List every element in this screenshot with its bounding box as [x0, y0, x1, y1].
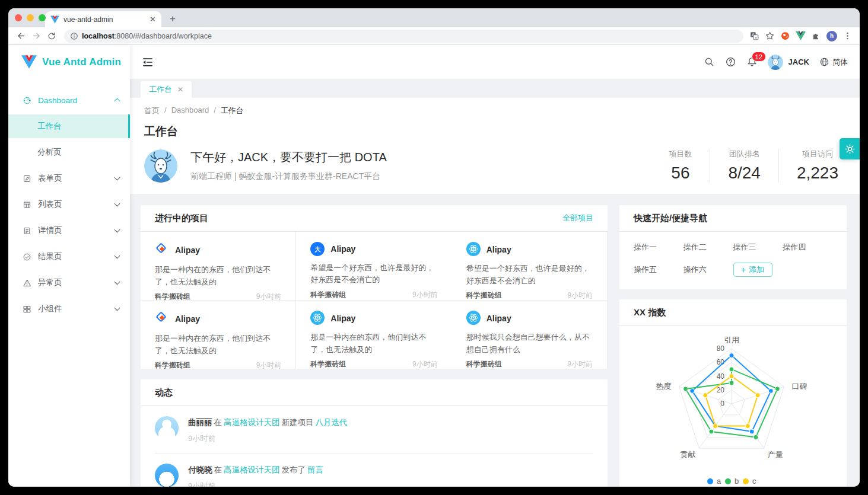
sidebar: Vue Antd Admin Dashboard 工作台 — [8, 45, 130, 487]
maximize-window-icon[interactable] — [39, 14, 46, 21]
sidebar-item[interactable]: 表单页 — [8, 167, 130, 190]
tab-close-icon[interactable]: ✕ — [150, 15, 156, 24]
stat-value: 8/24 — [728, 164, 761, 183]
svg-text:c: c — [752, 477, 756, 486]
notification-bell[interactable]: 12 — [746, 56, 758, 68]
project-description: 那时候我只会想自己想要什么，从不想自己拥有什么 — [466, 331, 593, 356]
svg-text:0: 0 — [720, 400, 724, 408]
gear-icon — [844, 143, 856, 155]
activity-target-link[interactable]: 留言 — [307, 465, 323, 474]
site-info-icon[interactable] — [70, 32, 78, 40]
activity-user[interactable]: 曲丽丽 — [188, 418, 212, 427]
browser-profile-avatar[interactable]: h — [826, 31, 837, 41]
project-name[interactable]: Alipay — [487, 314, 511, 323]
activity-target-link[interactable]: 八月迭代 — [316, 418, 348, 427]
close-window-icon[interactable] — [15, 14, 22, 21]
sidebar-item[interactable]: 分析页 — [8, 140, 130, 164]
project-card[interactable]: Alipay 那是一种内在的东西，他们到达不了，也无法触及的 科学搬砖组 9小时… — [141, 301, 296, 369]
extension-orange-icon[interactable] — [780, 31, 790, 41]
breadcrumb-item[interactable]: 首页 — [144, 106, 160, 116]
activity-time: 9小时前 — [188, 433, 349, 444]
translate-icon[interactable]: Aa — [749, 31, 759, 41]
chevron-icon — [115, 280, 120, 286]
reload-icon[interactable] — [45, 30, 58, 43]
chart-title: XX 指数 — [634, 307, 666, 318]
project-group-link[interactable]: 科学搬砖组 — [155, 360, 190, 371]
svg-text:b: b — [735, 477, 739, 486]
project-description: 希望是一个好东西，也许是最好的，好东西是不会消亡的 — [310, 262, 437, 286]
project-name[interactable]: Alipay — [175, 245, 200, 255]
browser-menu-icon[interactable] — [842, 31, 853, 41]
search-icon[interactable] — [704, 56, 715, 68]
project-group-link[interactable]: 科学搬砖组 — [310, 359, 346, 369]
activity-item: 曲丽丽在高逼格设计天团新建项目八月迭代 9小时前 — [155, 406, 593, 454]
menu-fold-icon[interactable] — [142, 56, 154, 68]
project-group-link[interactable]: 科学搬砖组 — [310, 290, 346, 300]
page-header: 首页 / Dashboard / 工作台 — [130, 98, 860, 195]
back-icon[interactable] — [14, 30, 27, 43]
sidebar-item[interactable]: 详情页 — [8, 219, 130, 242]
project-card[interactable]: Alipay 那是一种内在的东西，他们到达不了，也无法触及的 科学搬砖组 9小时… — [141, 232, 296, 301]
quick-nav-link[interactable]: 操作四 — [783, 242, 832, 253]
language-switcher[interactable]: 简体 — [819, 57, 848, 68]
project-card[interactable]: Alipay 希望是一个好东西，也许是最好的，好东西是不会消亡的 科学搬砖组 9… — [296, 232, 452, 301]
window-controls — [15, 14, 46, 21]
breadcrumb-item[interactable]: 工作台 — [221, 106, 244, 116]
user-avatar[interactable] — [768, 55, 783, 70]
svg-text:口碑: 口碑 — [791, 382, 807, 391]
project-card[interactable]: Alipay 希望是一个好东西，也许是最好的，好东西是不会消亡的 科学搬砖组 9… — [452, 232, 608, 301]
address-bar[interactable]: localhost:8080/#/dashboard/workplace — [64, 30, 743, 43]
user-name[interactable]: JACK — [788, 58, 809, 66]
sidebar-item[interactable]: 工作台 — [8, 114, 130, 138]
forward-icon[interactable] — [30, 30, 43, 43]
page-title: 工作台 — [144, 124, 845, 139]
projects-card: 进行中的项目 全部项目 Alipay — [141, 205, 608, 369]
project-name[interactable]: Alipay — [487, 245, 511, 254]
project-group-link[interactable]: 科学搬砖组 — [466, 359, 502, 369]
vue-devtools-icon[interactable] — [796, 31, 806, 40]
new-tab-button[interactable]: + — [165, 11, 180, 27]
help-icon[interactable] — [725, 56, 736, 68]
activity-group-link[interactable]: 高逼格设计天团 — [224, 418, 280, 427]
sidebar-item[interactable]: 异常页 — [8, 271, 130, 295]
project-name[interactable]: Alipay — [330, 244, 355, 254]
extensions-puzzle-icon[interactable] — [811, 31, 821, 41]
quick-nav-link[interactable]: 操作六 — [683, 264, 733, 275]
browser-tab[interactable]: vue-antd-admin ✕ — [45, 11, 161, 27]
svg-text:贡献: 贡献 — [680, 450, 695, 459]
project-updated-time: 9小时前 — [567, 290, 593, 301]
activity-title: 动态 — [155, 387, 173, 398]
chevron-icon — [115, 306, 120, 312]
bookmark-star-icon[interactable] — [765, 31, 775, 41]
page-tab-close-icon[interactable]: ✕ — [177, 85, 183, 94]
quick-nav-link[interactable]: 操作五 — [634, 264, 683, 275]
radar-chart: 020406080引用口碑产量贡献热度abc — [619, 326, 847, 487]
app-logo[interactable]: Vue Antd Admin — [8, 45, 130, 79]
project-card[interactable]: Alipay 那是一种内在的东西，他们到达不了，也无法触及的 科学搬砖组 9小时… — [296, 301, 452, 369]
page-tab-workplace[interactable]: 工作台 ✕ — [141, 81, 192, 98]
sidebar-item[interactable]: 列表页 — [8, 193, 130, 216]
quick-nav-title: 快速开始/便捷导航 — [634, 213, 707, 224]
project-name[interactable]: Alipay — [330, 314, 355, 323]
project-group-link[interactable]: 科学搬砖组 — [466, 290, 502, 301]
vue-favicon-icon — [50, 15, 59, 24]
activity-group-link[interactable]: 高逼格设计天团 — [224, 465, 280, 474]
warning-icon — [23, 279, 31, 288]
browser-toolbar: localhost:8080/#/dashboard/workplace Aa … — [8, 27, 860, 45]
project-updated-time: 9小时前 — [567, 359, 593, 369]
all-projects-link[interactable]: 全部项目 — [562, 213, 593, 223]
add-button[interactable]: + 添加 — [733, 263, 772, 277]
quick-nav-card: 快速开始/便捷导航 操作一 操作二 — [619, 205, 847, 289]
settings-gear-button[interactable] — [840, 138, 860, 159]
quick-nav-link[interactable]: 操作一 — [634, 242, 683, 253]
quick-nav-link[interactable]: 操作二 — [683, 242, 733, 253]
activity-user[interactable]: 付晓晓 — [188, 465, 212, 474]
quick-nav-link[interactable]: 操作三 — [733, 242, 783, 253]
project-name[interactable]: Alipay — [175, 314, 200, 324]
sidebar-item[interactable]: 小组件 — [8, 297, 130, 321]
project-card[interactable]: Alipay 那时候我只会想自己想要什么，从不想自己拥有什么 科学搬砖组 9小时… — [452, 301, 608, 369]
sidebar-item[interactable]: Dashboard — [8, 88, 130, 112]
sidebar-item[interactable]: 结果页 — [8, 245, 130, 269]
breadcrumb-item[interactable]: Dashboard — [171, 106, 209, 116]
minimize-window-icon[interactable] — [27, 14, 34, 21]
